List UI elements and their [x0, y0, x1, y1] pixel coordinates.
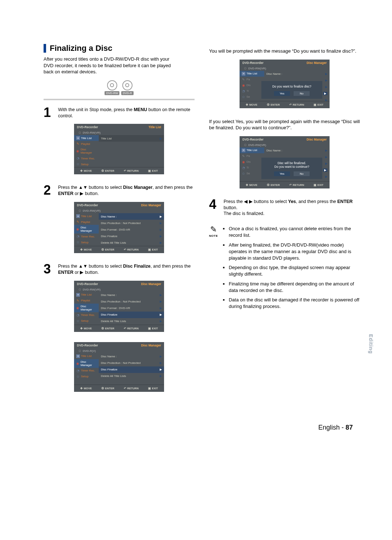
section-title: Finalizing a Disc [44, 44, 195, 53]
right-col-para-2: If you select Yes, you will be prompted … [209, 118, 360, 131]
sidebar-item-playlist: ✎Playlist [74, 141, 99, 147]
sidebar-item-playlist: ✎Playlist [74, 298, 99, 304]
sidebar-item-title-list: ≡Title List [240, 147, 264, 153]
sidebar-item-ti: ◔Ti [240, 165, 264, 171]
sidebar-item-setup: ✿Setup [74, 318, 99, 324]
section-divider [44, 99, 195, 100]
disc-rw-icon [107, 80, 117, 90]
note-list: Once a disc is finalized, you cannot del… [223, 226, 360, 313]
note-icon: ✎ [209, 226, 218, 234]
sidebar-item-disc-manager: ◉Disc Manager [74, 359, 99, 368]
menu-row-disc-name: Disc Name :▶ [99, 213, 164, 220]
note-item: After being finalized, the DVD-R/DVD-RW(… [223, 242, 360, 262]
step-1-number: 1 [44, 107, 54, 119]
sidebar-item-title-list: ≡Title List [74, 213, 99, 219]
menu-row-disc-finalize: Disc Finalize▶ [99, 312, 164, 318]
ui-footer: ✥ MOVE ⦿ ENTER ↶ RETURN ▣ EXIT [74, 167, 164, 174]
section-title-text: Finalizing a Disc [50, 44, 112, 53]
menu-row-disc-format: Disc Format : DVD-VR▶ [99, 305, 164, 312]
menu-row-disc-name: Disc Name :▶ [264, 147, 330, 154]
section-intro: After you record titles onto a DVD-RW/DV… [44, 56, 174, 75]
step-4-text: Press the ◀ ▶ buttons to select Yes, and… [224, 199, 360, 217]
sidebar-item-dis: ◉Dis [240, 82, 264, 88]
ui-screenshot-disc-finalize-rw: DVD-RecorderDisc Manager DVD-RW(VR) ≡Tit… [74, 281, 164, 332]
menu-row-disc-name: Disc Name :▶ [264, 71, 330, 77]
step-1: 1 With the unit in Stop mode, press the … [44, 107, 195, 119]
sidebar-item-timer-rec: ◔Timer Rec. [74, 312, 99, 318]
side-tab-editing: Editing [368, 334, 374, 354]
menu-row-disc-finalize: Disc Finalize▶ [99, 233, 164, 239]
page-footer: English - 87 [44, 424, 360, 431]
step-3-text: Press the ▲▼ buttons to select Disc Fina… [58, 263, 195, 276]
step-3: 3 Press the ▲▼ buttons to select Disc Fi… [44, 263, 195, 276]
ui-screenshot-finalize-continue: DVD-RecorderDisc Manager DVD-RW(VR) ≡Tit… [240, 136, 330, 188]
menu-row-delete-all: Delete All Title Lists▶ [99, 318, 164, 325]
sidebar-item-dis: ◉Dis [240, 159, 264, 165]
sidebar-item-setup: ✿Setup [74, 239, 99, 245]
sidebar-item-se: ✿Se [240, 171, 264, 176]
step-3-number: 3 [44, 263, 54, 276]
sidebar-item-setup: ✿Setup [74, 374, 99, 379]
menu-row-disc-protection: Disc Protection : Not Protected▶ [99, 299, 164, 305]
section-title-bar [44, 44, 46, 53]
step-4: 4 Press the ◀ ▶ buttons to select Yes, a… [209, 199, 360, 217]
sidebar-item-disc-manager: ◉Disc Manager [74, 147, 99, 155]
ui-screenshot-finalize-confirm: DVD-RecorderDisc Manager DVD-RW(VR) ≡Tit… [240, 60, 330, 108]
step-1-text: With the unit in Stop mode, press the ME… [58, 107, 195, 119]
right-col-para-1: You will be prompted with the message “D… [209, 48, 360, 54]
sidebar-item-timer-rec: ◔Timer Rec. [74, 234, 99, 239]
note-label: NOTE [209, 234, 218, 237]
sidebar-item-title-list: ≡Title List [74, 353, 99, 359]
note-item: Data on the disc will be damaged if the … [223, 297, 360, 310]
sidebar-item-playlist: ✎Playlist [74, 219, 99, 225]
step-2-number: 2 [44, 184, 54, 197]
ui-screenshot-title-list: DVD-RecorderTitle List DVD-RW(VR) ≡Title… [74, 124, 164, 174]
sidebar-item-se: ✿Se [240, 94, 264, 100]
step-2-text: Press the ▲▼ buttons to select Disc Mana… [58, 184, 195, 197]
note-item: Finalizing time may be different dependi… [223, 281, 360, 294]
ui-screenshot-disc-finalize-r: DVD-RecorderDisc Manager DVD-R(V) ≡Title… [74, 342, 164, 392]
menu-row-delete-all: Delete All Title Lists▶ [99, 239, 164, 246]
sidebar-item-pa: ✎Pa [240, 153, 264, 159]
disc-r-icon [122, 80, 132, 90]
sidebar-item-timer-rec: ◔Timer Rec. [74, 368, 99, 374]
sidebar-item-ti: ◔Ti [240, 88, 264, 94]
step-4-number: 4 [209, 199, 220, 217]
menu-row-disc-name: Disc Name :▶ [99, 353, 164, 360]
menu-row-delete-all: Delete All Title Lists▶ [99, 373, 164, 379]
sidebar-item-disc-manager: ◉Disc Manager [74, 225, 99, 234]
ui-screenshot-disc-manager: DVD-RecorderDisc Manager DVD-RW(VR) ≡Tit… [74, 202, 164, 253]
sidebar-item-setup: ✿Setup [74, 161, 99, 167]
sidebar-item-title-list: ≡Title List [74, 135, 99, 141]
sidebar-item-pa: ✎Pa [240, 77, 264, 82]
menu-row-disc-name: Disc Name :▶ [99, 292, 164, 299]
menu-row-disc-format: Disc Format : DVD-VR▶ [99, 226, 164, 233]
sidebar-item-title-list: ≡Title List [240, 71, 264, 77]
menu-row-disc-protection: Disc Protection : Not Protected▶ [99, 220, 164, 226]
disc-badges: DVD-RW DVD-R [44, 80, 195, 95]
disc-rw-label: DVD-RW [105, 91, 119, 95]
sidebar-item-timer-rec: ◔Timer Rec. [74, 155, 99, 161]
sidebar-item-title-list: ≡Title List [74, 292, 99, 298]
menu-row-disc-protection: Disc Protection : Not Protected▶ [99, 360, 164, 366]
step-2: 2 Press the ▲▼ buttons to select Disc Ma… [44, 184, 195, 197]
menu-row-title-list: Title List▶ [99, 135, 164, 142]
disc-r-label: DVD-R [121, 91, 133, 95]
menu-row-disc-finalize: Disc Finalize▶ [99, 366, 164, 373]
sidebar-item-disc-manager: ◉Disc Manager [74, 304, 99, 312]
note-item: Depending on disc type, the displayed sc… [223, 264, 360, 277]
note-item: Once a disc is finalized, you cannot del… [223, 226, 360, 239]
note-block: ✎ NOTE Once a disc is finalized, you can… [209, 226, 360, 313]
